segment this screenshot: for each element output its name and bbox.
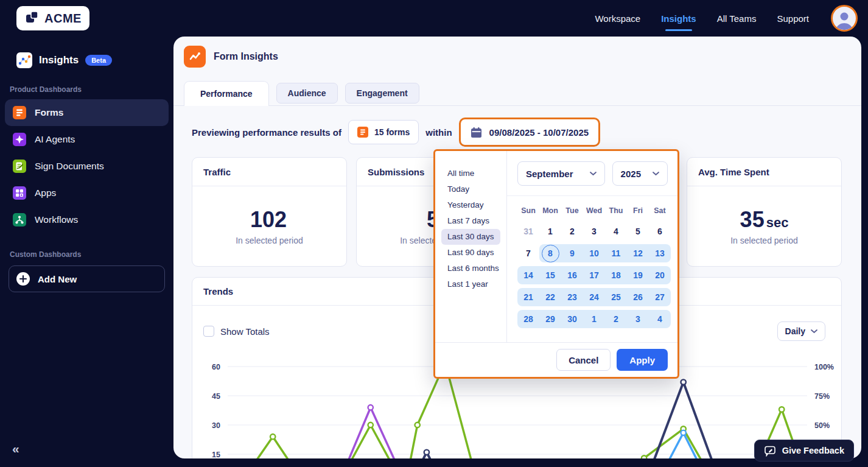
preset-last-6-months[interactable]: Last 6 months [441,261,505,276]
tab-engagement[interactable]: Engagement [345,83,419,104]
sidebar-item-ai-agents[interactable]: AI Agents [5,126,169,153]
active-nav-underline [665,29,692,31]
calendar-day[interactable]: 27 [649,288,671,306]
calendar-day[interactable]: 4 [649,310,671,328]
calendar-day[interactable]: 23 [561,288,583,306]
calendar-day[interactable]: 3 [627,310,649,328]
give-feedback-button[interactable]: Give Feedback [754,440,854,462]
calendar: September 2025 SunMonTueWedThuFriSat3112… [507,151,677,342]
calendar-day[interactable]: 22 [539,288,561,306]
show-totals-checkbox[interactable]: Show Totals [203,326,270,337]
calendar-day[interactable]: 12 [627,244,649,262]
nav-item-label: Support [777,13,809,24]
calendar-day[interactable]: 11 [605,244,627,262]
calendar-day[interactable]: 4 [605,222,627,241]
calendar-day[interactable]: 19 [627,266,649,284]
calendar-day[interactable]: 20 [649,266,671,284]
calendar-day[interactable]: 13 [649,244,671,262]
series-line-navy [411,382,720,458]
calendar-day[interactable]: 17 [583,266,605,284]
interval-select[interactable]: Daily [777,321,825,341]
calendar-day-number: 4 [657,314,662,324]
cancel-button[interactable]: Cancel [556,349,611,371]
calendar-day-number: 17 [589,270,599,280]
apply-button[interactable]: Apply [617,349,668,371]
month-select[interactable]: September [517,161,605,186]
date-picker-popup: All timeTodayYesterdayLast 7 daysLast 30… [433,149,679,379]
day-of-week-label: Sun [517,204,539,217]
year-value: 2025 [621,169,641,179]
nav-item-workspace[interactable]: Workspace [595,0,640,37]
beta-badge: Beta [85,55,112,66]
calendar-day[interactable]: 31 [517,222,539,241]
day-of-week-label: Tue [561,204,583,217]
day-of-week-label: Wed [583,204,605,217]
calendar-day[interactable]: 16 [561,266,583,284]
preset-last-30-days[interactable]: Last 30 days [441,229,500,245]
calendar-day[interactable]: 29 [539,310,561,328]
nav-item-support[interactable]: Support [777,0,809,37]
calendar-day[interactable]: 21 [517,288,539,306]
sidebar-item-sign-documents[interactable]: Sign Documents [5,153,169,180]
calendar-day[interactable]: 24 [583,288,605,306]
forms-filter-button[interactable]: 15 forms [348,120,419,144]
data-point-green [779,407,784,412]
preset-last-1-year[interactable]: Last 1 year [441,276,494,292]
calendar-day[interactable]: 5 [627,222,649,241]
sidebar-item-apps[interactable]: Apps [5,180,169,206]
nav-item-insights[interactable]: Insights [661,0,696,37]
calendar-day[interactable]: 7 [517,244,539,262]
sidebar-item-label: Workflows [35,214,78,225]
tab-audience[interactable]: Audience [276,83,338,104]
calendar-day[interactable]: 14 [517,266,539,284]
preset-yesterday[interactable]: Yesterday [441,197,490,213]
calendar-day-number: 22 [545,292,555,302]
add-new-button[interactable]: Add New [9,265,165,292]
day-of-week-label: Fri [627,204,649,217]
data-point-navy [424,450,429,455]
calendar-day[interactable]: 6 [649,222,671,241]
tabs: PerformanceAudienceEngagement [184,81,419,106]
collapse-sidebar-icon[interactable]: « [12,442,19,455]
calendar-day-number: 30 [567,314,577,324]
nav-item-all-teams[interactable]: All Teams [717,0,757,37]
calendar-day[interactable]: 1 [539,222,561,241]
plus-icon [16,272,30,286]
calendar-day[interactable]: 30 [561,310,583,328]
acme-logo[interactable]: ACME [16,6,89,30]
calendar-day-number: 7 [526,248,531,258]
calendar-day[interactable]: 1 [583,310,605,328]
avatar[interactable] [831,5,858,32]
calendar-day-number: 10 [589,248,599,258]
calendar-day[interactable]: 2 [561,222,583,241]
sidebar-item-workflows[interactable]: Workflows [5,206,169,233]
calendar-day[interactable]: 28 [517,310,539,328]
year-select[interactable]: 2025 [612,161,668,186]
preset-last-7-days[interactable]: Last 7 days [441,213,495,229]
calendar-grid: SunMonTueWedThuFriSat3112345678910111213… [517,204,671,332]
preset-all-time[interactable]: All time [441,166,480,181]
calendar-day[interactable]: 15 [539,266,561,284]
date-range-button[interactable]: 09/08/2025 - 10/07/2025 [459,118,600,147]
tab-performance[interactable]: Performance [184,81,269,106]
ai-agents-icon [13,133,26,146]
calendar-day-number: 1 [592,314,597,324]
calendar-day[interactable]: 26 [627,288,649,306]
sidebar-item-forms[interactable]: Forms [5,99,169,126]
calendar-day[interactable]: 25 [605,288,627,306]
preset-today[interactable]: Today [441,181,475,197]
calendar-day[interactable]: 9 [561,244,583,262]
traffic-value: 102 [250,207,289,233]
calendar-day[interactable]: 10 [583,244,605,262]
calendar-day[interactable]: 3 [583,222,605,241]
calendar-day[interactable]: 2 [605,310,627,328]
y-axis-left-tick: 15 [212,451,220,459]
calendar-day-number: 31 [523,226,533,236]
calendar-day[interactable]: 18 [605,266,627,284]
calendar-week-row: 21222324252627 [517,288,671,310]
checkbox-icon[interactable] [203,326,214,337]
forms-icon [13,106,26,119]
calendar-day[interactable]: 8 [539,244,561,262]
preset-last-90-days[interactable]: Last 90 days [441,245,500,261]
calendar-week-row: 78910111213 [517,244,671,266]
